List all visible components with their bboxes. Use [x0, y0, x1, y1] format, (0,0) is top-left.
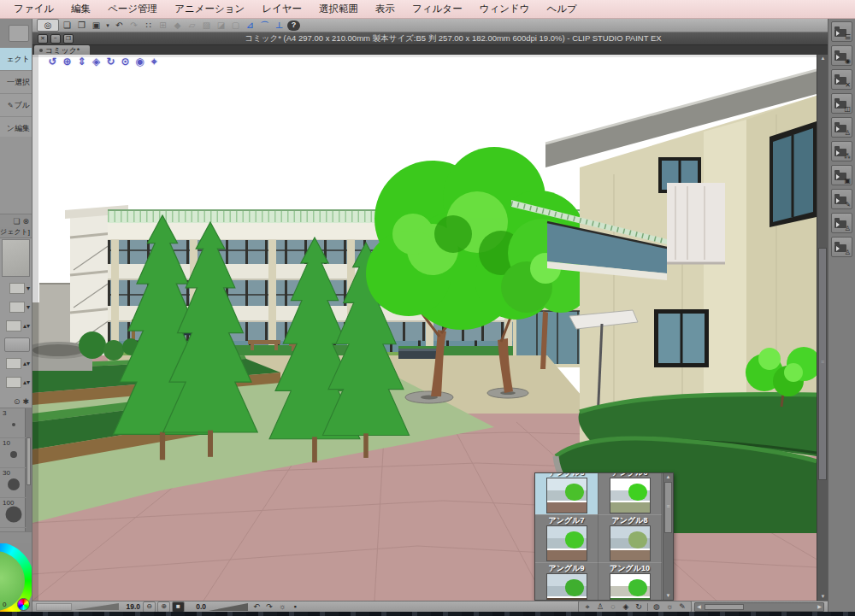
menu-item-7[interactable]: フィルター [404, 3, 471, 15]
scroll-right-icon[interactable]: ▶ [816, 603, 823, 611]
property-input[interactable] [6, 320, 21, 331]
clip-studio-logo-button[interactable]: ◎ [37, 19, 59, 32]
material-color-pattern-button[interactable]: ◉ [831, 45, 852, 66]
property-row-2[interactable]: ▴▾ [0, 316, 32, 335]
help-button[interactable]: ? [287, 21, 300, 31]
brush-size-item-1[interactable]: 10 [0, 438, 27, 468]
undo-button[interactable]: ↶ [113, 20, 126, 31]
object-move-icon[interactable]: ◈ [90, 55, 103, 67]
scroll-up-icon[interactable]: ▲ [817, 55, 828, 62]
material-image-button[interactable]: ▣ [831, 165, 852, 185]
rotate-object-button[interactable]: ◈ [620, 602, 632, 612]
scroll-down-icon[interactable]: ▼ [663, 592, 673, 600]
snap-to-special-ruler-button[interactable]: ⌒ [258, 20, 271, 31]
fill-button[interactable]: ◆ [171, 20, 184, 31]
material-sphere-button[interactable]: ◍ [651, 602, 663, 612]
canvas-vertical-scrollbar[interactable]: ▲ ≡ ▼ [817, 55, 828, 601]
camera-dolly-icon[interactable]: ⇕ [75, 55, 88, 67]
scrollbar-thumb[interactable] [705, 604, 744, 610]
object-root-icon[interactable]: ⌖ [148, 55, 161, 67]
menu-item-3[interactable]: アニメーション [166, 3, 253, 15]
angle-item-8[interactable]: アングル8 [598, 515, 662, 563]
object-list-button[interactable]: ♙ [594, 602, 606, 612]
save-options-button[interactable]: ▾ [104, 20, 111, 31]
camera-pan-icon[interactable]: ⊕ [61, 55, 74, 67]
transparency-icon[interactable]: ⊙ [14, 397, 21, 406]
maximize-button[interactable]: ❐ [63, 34, 74, 44]
angle-item-10[interactable]: アングル10 [598, 563, 662, 601]
material-monochrome-button[interactable]: ✕ [831, 69, 852, 90]
property-input[interactable] [6, 377, 21, 388]
clear-outside-button[interactable]: ⊞ [156, 20, 169, 31]
new-file-button[interactable]: ❏ [61, 20, 74, 31]
zoom-slider-track[interactable] [36, 603, 72, 611]
zoom-in-button[interactable]: ⊕ [157, 601, 170, 613]
actual-size-button[interactable]: ■ [172, 601, 185, 613]
rotate-view-button[interactable]: ↻ [633, 602, 645, 612]
transform-button[interactable]: ▱ [186, 20, 198, 31]
material-3d-button[interactable]: ◫ [831, 93, 852, 114]
rotation-slider-wedge[interactable] [209, 603, 248, 611]
property-row-0[interactable]: ▾ [0, 279, 32, 297]
reset-rotation-button[interactable]: ☼ [276, 602, 288, 612]
stepper-icon[interactable]: ▴▾ [23, 378, 30, 386]
wrench-icon[interactable]: ✱ [22, 397, 29, 406]
scroll-down-icon[interactable]: ▼ [817, 593, 828, 601]
object-rotate-icon[interactable]: ↻ [104, 55, 117, 67]
selection-border-button[interactable]: ▢ [229, 20, 242, 31]
snap-to-grid-button[interactable]: ⊥ [273, 20, 286, 31]
rotate-left-button[interactable]: ↶ [251, 602, 262, 612]
close-button[interactable]: ✕ [38, 34, 48, 44]
material-effect-button[interactable]: ⁂ [831, 141, 852, 161]
edit-object-button[interactable]: ✎ [676, 602, 688, 612]
material-all-button[interactable]: ☰ [831, 21, 852, 42]
zoom-slider-wedge[interactable] [74, 603, 119, 610]
snap-to-ruler-button[interactable]: ⊿ [244, 20, 256, 31]
scroll-up-icon[interactable]: ▲ [663, 473, 673, 481]
subtool-item-2[interactable]: ✎ブル [0, 94, 32, 117]
object-snap-icon[interactable]: ⊙ [119, 55, 132, 67]
menu-item-2[interactable]: ページ管理 [99, 3, 166, 15]
menu-item-0[interactable]: ファイル [5, 3, 62, 15]
material-pose2-button[interactable]: ♙ [831, 213, 852, 233]
scrollbar-thumb[interactable] [27, 437, 31, 485]
document-title-bar[interactable]: ✕−❐ コミック* (A4 297.00 x 210.00mm 製本サイズ:B5… [32, 32, 828, 45]
save-file-button[interactable]: ▣ [90, 20, 103, 31]
light-source-button[interactable]: ☼ [663, 602, 675, 612]
menu-item-1[interactable]: 編集 [62, 3, 99, 15]
menu-item-6[interactable]: 表示 [367, 3, 404, 15]
invert-selection-button[interactable]: ◪ [215, 20, 227, 31]
brush-size-item-0[interactable]: 3 [0, 408, 27, 438]
canvas-horizontal-scrollbar[interactable]: ◀ ▶ [694, 602, 824, 612]
property-row-5[interactable]: ▴▾ [0, 373, 32, 391]
scroll-left-icon[interactable]: ◀ [695, 603, 703, 611]
subtool-item-0[interactable]: ェクト [0, 48, 32, 71]
minimize-button[interactable]: − [50, 34, 61, 44]
deselect-button[interactable]: ▨ [200, 20, 213, 31]
scrollbar-thumb[interactable]: ≡ [818, 248, 827, 480]
add-subtool-icon[interactable]: ❏ [13, 217, 20, 226]
property-button[interactable] [4, 337, 30, 352]
property-input[interactable] [9, 302, 25, 313]
reset-display-button[interactable]: ▪ [289, 602, 301, 612]
camera-target-icon[interactable]: ◉ [133, 55, 146, 67]
stepper-icon[interactable]: ▾ [27, 303, 30, 311]
delete-subtool-icon[interactable]: ⊗ [22, 217, 29, 226]
rotate-right-button[interactable]: ↷ [263, 602, 275, 612]
angle-item-6[interactable]: アングル6 [598, 472, 662, 515]
stepper-icon[interactable]: ▾ [27, 285, 30, 292]
scrollbar-thumb[interactable]: ≡ [664, 482, 672, 533]
clear-button[interactable]: ∷ [142, 20, 155, 31]
tool-icon[interactable] [9, 25, 29, 42]
camera-rotate-icon[interactable]: ↺ [46, 55, 59, 67]
material-edit-button[interactable]: ✎ [831, 189, 852, 209]
canvas-viewport[interactable]: ↺⊕⇕◈↻⊙◉⌖ アングル5アングル6アングル7アングル8アングル9アングル10… [32, 55, 828, 601]
menu-item-8[interactable]: ウィンドウ [471, 3, 539, 15]
menu-item-9[interactable]: ヘルプ [539, 3, 586, 15]
property-input[interactable] [6, 358, 21, 369]
angle-item-7[interactable]: アングル7 [535, 515, 598, 563]
color-wheel-icon[interactable] [17, 598, 30, 611]
subtool-item-1[interactable]: 一選択 [0, 71, 32, 94]
angle-panel-scrollbar[interactable]: ▲ ≡ ▼ [663, 473, 673, 600]
property-input[interactable] [9, 283, 25, 294]
